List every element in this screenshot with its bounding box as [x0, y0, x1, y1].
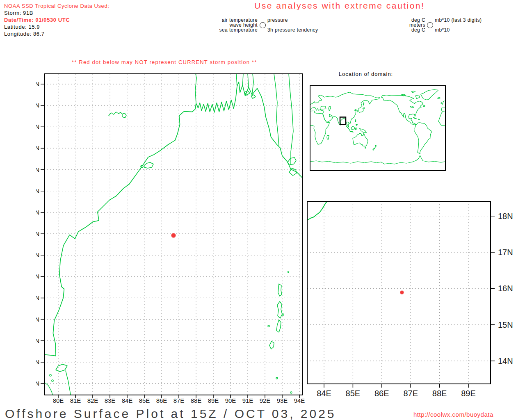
lat-label: 12N [36, 316, 39, 323]
andaman-islet-3 [288, 271, 289, 272]
main-map-left-ticks [41, 84, 44, 383]
andaman-islands [269, 284, 282, 349]
bangladesh-islands [244, 91, 256, 98]
offshore-surface-plot-screen: NOAA SSD Tropical Cyclone Data Used: Sto… [0, 0, 525, 420]
main-map-grid-vertical [58, 74, 299, 395]
lon-label: 84E [122, 397, 133, 404]
storm-id-line: Storm: 91B [4, 9, 109, 16]
lon-label: 84E [317, 389, 331, 398]
legend-units-sea: deg C [390, 27, 425, 33]
legend-units-pressure: mb*10 (last 3 digits) [435, 17, 482, 23]
lon-label: 85E [139, 397, 150, 404]
zoom-map-lon-axis: 84E 85E 86E 87E 88E 89E [317, 389, 476, 398]
main-map-lat-axis: 23N 22N 21N 20N 19N 18N 17N 16N 15N 14N … [36, 80, 39, 387]
lon-label: 86E [374, 389, 389, 398]
world-coastlines [310, 90, 445, 164]
palk-islet-2 [52, 380, 53, 381]
zoom-map-bottom-ticks [324, 384, 468, 388]
storm-info-block: NOAA SSD Tropical Cyclone Data Used: Sto… [4, 2, 109, 37]
lat-label: 14N [36, 273, 39, 280]
lon-label: 82E [87, 397, 98, 404]
lon-label: 92E [260, 397, 271, 404]
data-source-line: NOAA SSD Tropical Cyclone Data Used: [4, 2, 109, 9]
nicobar-islet [276, 377, 278, 379]
lon-label: 88E [432, 389, 447, 398]
lat-label: 23N [36, 80, 39, 87]
nicobar-islet-2 [290, 392, 292, 393]
legend-pressure-tendency: 3h pressure tendency [267, 27, 318, 33]
world-map-svg [310, 86, 445, 170]
lat-label: 16N [498, 284, 513, 293]
legend-units-tendency: mb*10 [435, 27, 450, 33]
legend-pressure: pressure [267, 17, 288, 23]
storm-position-warning: ** Red dot below may NOT represent CURRE… [72, 59, 257, 65]
station-circle-units-icon [427, 22, 433, 28]
lon-label: 83E [105, 397, 116, 404]
lon-label: 80E [53, 397, 64, 404]
lon-label: 85E [346, 389, 361, 398]
delta-river-channels [195, 74, 293, 165]
zoom-coastline-path [307, 201, 327, 220]
lat-label: 17N [498, 248, 513, 257]
andaman-islet [268, 325, 269, 327]
myanmar-islands [288, 158, 297, 176]
datetime-line: Date/Time: 01/0530 UTC [4, 16, 109, 23]
lat-label: 15N [36, 251, 39, 258]
zoom-map-lat-axis: 18N 17N 16N 15N 14N [498, 212, 513, 365]
lon-label: 90E [225, 397, 236, 404]
palk-islet [50, 374, 51, 376]
zoom-map-frame [307, 201, 491, 384]
zoom-map-grid-horizontal [307, 216, 491, 361]
lon-label: 89E [461, 389, 476, 398]
lat-label: 17N [36, 209, 39, 216]
lon-label: 87E [173, 397, 185, 404]
zoom-map-right-ticks [491, 216, 495, 361]
zoom-storm-position-dot [400, 291, 404, 294]
lon-label: 93E [277, 397, 288, 404]
lat-label: 11N [36, 337, 39, 344]
lon-label: 89E [208, 397, 219, 404]
lat-label: 20N [36, 144, 39, 151]
lat-label: 10N [36, 358, 39, 365]
sri-lanka-coast [44, 364, 71, 395]
zoom-map: 84E 85E 86E 87E 88E 89E 18N 17N 16N 15N … [304, 198, 525, 407]
inland-lake-river [109, 112, 126, 118]
lat-label: 15N [498, 320, 513, 329]
domain-inset-title: Location of domain: [313, 71, 419, 77]
lon-label: 87E [403, 389, 418, 398]
main-map: 80E 81E 82E 83E 84E 85E 86E 87E 88E 89E … [36, 70, 307, 410]
lat-label: 22N [36, 102, 39, 109]
legend-sea-temperature: sea temperature [205, 27, 258, 33]
zoom-map-grid-vertical [324, 201, 468, 384]
main-map-lon-axis: 80E 81E 82E 83E 84E 85E 86E 87E 88E 89E … [53, 397, 305, 404]
lat-label: 16N [36, 230, 39, 237]
lat-label: 18N [498, 212, 513, 221]
lon-label: 86E [156, 397, 167, 404]
plot-title: Offshore Surface Plot at 15Z / OCT 03, 2… [5, 407, 336, 420]
lat-label: 19N [36, 166, 39, 173]
lat-label: 14N [498, 356, 513, 365]
storm-position-dot [171, 233, 176, 238]
lat-label: 21N [36, 123, 39, 130]
station-circle-icon [260, 22, 266, 28]
lat-label: 18N [36, 187, 39, 194]
lat-label: 13N [36, 294, 39, 301]
lat-label: 9N [36, 380, 39, 387]
longitude-line: Longitude: 86.7 [4, 30, 109, 37]
chilika-lagoon [144, 162, 153, 168]
andaman-islet-2 [282, 314, 284, 315]
lon-label: 88E [191, 397, 202, 404]
lon-label: 91E [242, 397, 253, 404]
source-url-link[interactable]: http://coolwx.com/buoydata [413, 411, 493, 418]
latitude-line: Latitude: 15.9 [4, 23, 109, 30]
coastline-path [44, 82, 302, 356]
world-map [310, 85, 446, 171]
caution-headline: Use analyses with extreme caution! [254, 1, 476, 11]
lon-label: 81E [70, 397, 81, 404]
